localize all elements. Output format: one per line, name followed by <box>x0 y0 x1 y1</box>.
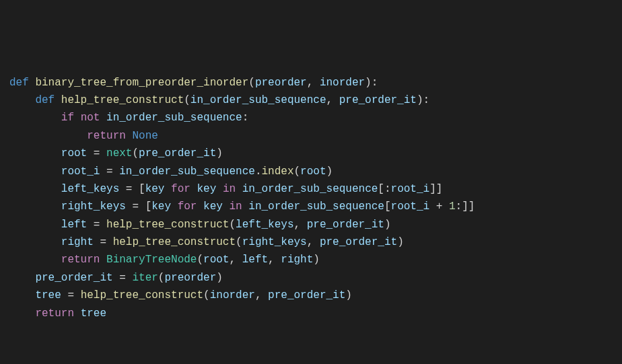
code-line[interactable]: def help_tree_construct(in_order_sub_seq… <box>0 92 622 109</box>
indent <box>9 183 61 195</box>
indent <box>9 289 35 301</box>
code-token: key <box>151 201 171 213</box>
code-token: ) <box>384 219 391 231</box>
code-token: ( <box>197 254 203 266</box>
code-line[interactable]: right = help_tree_construct(right_keys, … <box>0 233 622 251</box>
code-token: in <box>223 183 242 195</box>
code-token <box>216 183 223 195</box>
indent <box>9 130 87 142</box>
code-token: tree <box>35 289 61 301</box>
code-token: root_i <box>391 183 430 195</box>
code-token: for <box>178 201 203 213</box>
code-token: left_keys <box>61 183 119 195</box>
code-token: index <box>261 166 293 178</box>
code-token: in_order_sub_sequence <box>248 201 384 213</box>
code-line[interactable]: right_keys = [key for key in in_order_su… <box>0 198 622 215</box>
code-token: pre_order_it <box>320 236 397 248</box>
code-token: + <box>429 201 449 213</box>
code-line[interactable]: def binary_tree_from_preorder_inorder(pr… <box>0 74 622 92</box>
code-token: help_tree_construct <box>106 219 229 231</box>
code-token: = <box>87 219 106 231</box>
code-token: ): <box>365 77 378 89</box>
code-token <box>164 183 171 195</box>
code-token: , <box>255 289 268 301</box>
code-line[interactable]: tree = help_tree_construct(inorder, pre_… <box>0 287 622 304</box>
code-token: not <box>81 112 106 124</box>
code-line[interactable]: return BinaryTreeNode(root, left, right) <box>0 251 622 268</box>
code-token: root <box>300 166 326 178</box>
code-line[interactable]: pre_order_it = iter(preorder) <box>0 269 622 287</box>
code-token: , <box>294 219 307 231</box>
code-token: right_keys <box>61 201 126 213</box>
code-token: pre_order_it <box>35 272 112 284</box>
code-token: key <box>197 183 216 195</box>
code-token: key <box>203 201 223 213</box>
code-line[interactable]: root_i = in_order_sub_sequence.index(roo… <box>0 163 622 180</box>
code-token: = <box>94 236 113 248</box>
code-token: = <box>61 289 81 301</box>
code-token: return <box>87 130 132 142</box>
code-token: [ <box>384 201 391 213</box>
code-token: inorder <box>320 77 365 89</box>
code-token: iter <box>132 272 158 284</box>
code-token <box>171 201 178 213</box>
code-token: ( <box>229 219 236 231</box>
code-token: ) <box>397 236 404 248</box>
code-token: def <box>9 77 35 89</box>
code-token: = <box>100 166 119 178</box>
code-line[interactable]: left = help_tree_construct(left_keys, pr… <box>0 216 622 233</box>
code-line[interactable]: return tree <box>0 305 622 322</box>
code-token: in_order_sub_sequence <box>242 183 378 195</box>
code-token: help_tree_construct <box>81 289 203 301</box>
code-token: left_keys <box>236 219 293 231</box>
code-token: in_order_sub_sequence <box>106 112 242 124</box>
code-token: if <box>61 112 81 124</box>
code-token: for <box>171 183 197 195</box>
code-line[interactable]: return None <box>0 127 622 145</box>
code-token: preorder <box>164 272 216 284</box>
code-token: right <box>281 254 313 266</box>
code-token: BinaryTreeNode <box>106 254 197 266</box>
code-token: key <box>145 183 165 195</box>
code-token: , <box>229 254 242 266</box>
code-line[interactable]: root = next(pre_order_it) <box>0 145 622 162</box>
code-token: :]] <box>456 201 475 213</box>
indent <box>9 94 35 106</box>
code-token: root_i <box>61 166 100 178</box>
code-line[interactable]: left_keys = [key for key in in_order_sub… <box>0 180 622 198</box>
code-token: pre_order_it <box>268 289 345 301</box>
code-token: , <box>268 254 281 266</box>
code-token: , <box>326 94 339 106</box>
code-token: in_order_sub_sequence <box>191 94 326 106</box>
code-token: = [ <box>119 183 145 195</box>
code-token: ) <box>313 254 320 266</box>
indent <box>9 219 61 231</box>
indent <box>9 307 35 320</box>
code-token: 1 <box>449 201 456 213</box>
code-editor[interactable]: def binary_tree_from_preorder_inorder(pr… <box>0 74 622 322</box>
code-token: return <box>61 254 106 266</box>
code-token: pre_order_it <box>139 147 216 159</box>
code-token: ( <box>294 166 301 178</box>
code-token: ( <box>184 94 191 106</box>
code-token: root <box>203 254 229 266</box>
code-token: ( <box>248 77 255 89</box>
code-token: : <box>242 112 249 124</box>
code-token: help_tree_construct <box>113 236 236 248</box>
code-token: ) <box>216 147 223 159</box>
indent <box>9 112 61 124</box>
code-token: left <box>61 219 87 231</box>
code-token: ): <box>417 94 429 106</box>
code-token: ) <box>345 289 352 301</box>
code-token: help_tree_construct <box>61 94 184 106</box>
code-token: = <box>113 272 133 284</box>
code-token: in <box>229 201 248 213</box>
code-token: root_i <box>391 201 430 213</box>
code-token: inorder <box>210 289 255 301</box>
indent <box>9 166 61 178</box>
code-token: = <box>87 147 106 159</box>
code-line[interactable]: if not in_order_sub_sequence: <box>0 109 622 126</box>
code-token: root <box>61 147 87 159</box>
indent <box>9 236 61 248</box>
code-token: ( <box>132 147 139 159</box>
